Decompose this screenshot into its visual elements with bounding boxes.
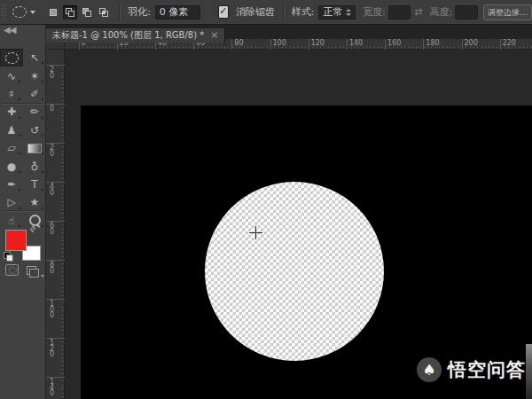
mode-new-selection[interactable] xyxy=(46,5,60,20)
ruler-label: 60 xyxy=(50,223,55,235)
feather-label: 羽化: xyxy=(128,5,151,19)
ruler-label: 20 xyxy=(50,145,55,157)
ruler-tick xyxy=(462,39,463,50)
ruler-label: 100 xyxy=(273,40,286,47)
divider xyxy=(119,4,121,21)
ruler-label: 80 xyxy=(50,262,55,274)
ruler-label: 140 xyxy=(349,40,363,47)
divider xyxy=(283,4,285,21)
magic-wand-tool[interactable]: ✶ xyxy=(23,66,46,84)
document-tab-title: 未标题-1 @ 100% (图层 1, RGB/8) * xyxy=(52,29,204,42)
eyedropper-tool-icon: ✐ xyxy=(30,89,39,99)
tool-grid: ↖∿✶♯✐✚✏♟↺▱●♁✒T▷★☝ xyxy=(0,49,46,230)
clone-stamp-tool[interactable]: ♟ xyxy=(0,121,23,139)
elliptical-marquee-icon xyxy=(12,6,27,18)
direct-selection-tool[interactable]: ▷ xyxy=(0,193,23,211)
dodge-tool[interactable]: ♁ xyxy=(23,157,46,175)
history-brush-tool[interactable]: ↺ xyxy=(23,121,46,139)
chevron-down-icon xyxy=(30,11,35,14)
collapse-panel-button[interactable]: ◀◀ xyxy=(0,25,45,36)
eyedropper-tool[interactable]: ✐ xyxy=(23,85,46,103)
blur-tool-icon: ● xyxy=(7,161,16,172)
swap-dimensions-icon[interactable]: ⇄ xyxy=(414,6,422,18)
type-tool-icon: T xyxy=(31,179,37,190)
selection-mode-group xyxy=(46,5,111,20)
ruler-label: 100 xyxy=(50,301,55,319)
ruler-tick xyxy=(500,39,501,50)
ruler-label: 180 xyxy=(426,40,439,47)
height-input[interactable] xyxy=(455,5,478,20)
elliptical-marquee-tool[interactable] xyxy=(0,49,23,66)
lasso-tool-icon: ∿ xyxy=(7,71,16,82)
tools-panel: ◀◀ ↖∿✶♯✐✚✏♟↺▱●♁✒T▷★☝ ⇄ xyxy=(0,25,46,399)
feather-input[interactable]: 0 像素 xyxy=(155,5,200,20)
divider xyxy=(3,103,43,105)
hand-tool-icon: ☝ xyxy=(8,215,14,226)
style-value: 正常 xyxy=(323,6,342,19)
eraser-tool[interactable]: ▱ xyxy=(0,139,23,157)
ruler-tick xyxy=(423,39,424,50)
antialias-label: 消除锯齿 xyxy=(236,5,275,19)
edge-gradient-strip xyxy=(526,344,532,399)
history-brush-tool-icon: ↺ xyxy=(30,125,39,136)
ruler-tick xyxy=(309,39,309,50)
brush-tool[interactable]: ✏ xyxy=(23,103,46,121)
move-tool[interactable]: ↖ xyxy=(23,49,46,66)
width-input[interactable] xyxy=(388,5,411,20)
style-dropdown[interactable]: 正常 xyxy=(318,5,355,20)
quick-mask-button[interactable] xyxy=(5,264,19,276)
panel-grip[interactable] xyxy=(2,4,5,21)
pen-tool[interactable]: ✒ xyxy=(0,176,23,193)
ruler-label: 140 xyxy=(50,379,55,397)
ruler-label: 120 xyxy=(311,40,325,47)
magic-wand-tool-icon: ✶ xyxy=(30,71,39,82)
ruler-tick xyxy=(270,39,271,50)
watermark: ♠ 悟空问答 xyxy=(417,357,526,382)
ruler-label: 40 xyxy=(50,184,55,196)
brush-tool-icon: ✏ xyxy=(30,106,39,117)
foreground-color-swatch[interactable] xyxy=(5,230,27,251)
ruler-label: 220 xyxy=(503,40,516,47)
lasso-tool[interactable]: ∿ xyxy=(0,66,23,84)
refine-edge-button[interactable]: 调整边缘… xyxy=(483,4,532,20)
blur-tool[interactable]: ● xyxy=(0,157,23,175)
custom-shape-tool[interactable]: ★ xyxy=(23,193,46,211)
divider xyxy=(3,210,43,212)
hand-tool[interactable]: ☝ xyxy=(0,212,23,230)
style-label: 样式: xyxy=(292,5,315,19)
document-tab-bar: 未标题-1 @ 100% (图层 1, RGB/8) * × xyxy=(46,25,532,39)
transparent-selection-circle[interactable] xyxy=(205,182,384,361)
ruler-label: 120 xyxy=(50,340,55,358)
dropdown-arrows-icon xyxy=(346,9,351,16)
ruler-tick xyxy=(347,39,348,50)
gradient-tool[interactable] xyxy=(23,139,46,157)
healing-brush-tool[interactable]: ✚ xyxy=(0,103,23,121)
ruler-label: 200 xyxy=(465,40,478,47)
ruler-label: 80 xyxy=(234,40,243,47)
watermark-text: 悟空问答 xyxy=(448,357,526,382)
document-tab[interactable]: 未标题-1 @ 100% (图层 1, RGB/8) * × xyxy=(46,28,225,43)
close-tab-icon[interactable]: × xyxy=(210,31,218,40)
tool-preset-picker[interactable] xyxy=(12,4,35,21)
width-label: 宽度: xyxy=(363,5,386,19)
mode-intersect-with-selection[interactable] xyxy=(97,5,111,20)
ruler-tick xyxy=(231,39,232,50)
antialias-checkbox[interactable]: ✓ xyxy=(218,5,229,19)
mode-add-to-selection[interactable] xyxy=(63,5,77,20)
elliptical-marquee-tool-icon xyxy=(5,52,19,64)
pen-tool-icon: ✒ xyxy=(7,179,16,190)
type-tool[interactable]: T xyxy=(23,176,46,193)
wukong-logo-icon: ♠ xyxy=(417,357,442,382)
mode-subtract-from-selection[interactable] xyxy=(80,5,94,20)
vertical-ruler[interactable]: 20020406080100120140 xyxy=(46,50,65,399)
clone-stamp-tool-icon: ♟ xyxy=(7,125,17,136)
eraser-tool-icon: ▱ xyxy=(7,143,15,153)
crop-tool[interactable]: ♯ xyxy=(0,85,23,103)
options-bar: 羽化: 0 像素 ✓ 消除锯齿 样式: 正常 宽度: ⇄ 高度: 调整边缘… xyxy=(0,0,532,25)
screen-mode-button[interactable] xyxy=(27,266,41,277)
default-colors-icon[interactable] xyxy=(4,252,13,261)
ruler-label: 160 xyxy=(387,40,401,47)
ruler-tick xyxy=(385,39,386,50)
direct-selection-tool-icon: ▷ xyxy=(7,197,15,207)
ruler-label: 0 xyxy=(50,106,55,113)
